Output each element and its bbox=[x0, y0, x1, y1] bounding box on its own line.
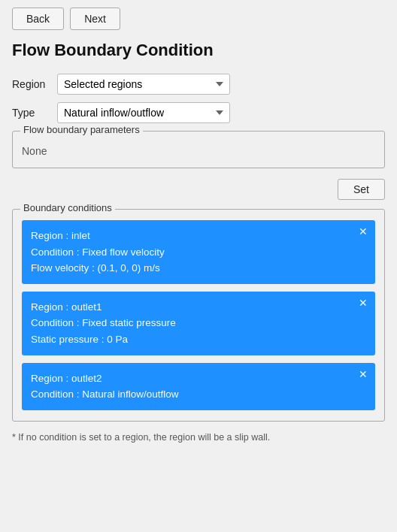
flow-boundary-legend: Flow boundary parameters bbox=[20, 124, 143, 135]
footer-note: * If no condition is set to a region, th… bbox=[12, 432, 385, 443]
condition-card-outlet1: ✕ Region : outlet1 Condition : Fixed sta… bbox=[22, 292, 375, 355]
inlet-line2: Condition : Fixed flow velocity bbox=[31, 244, 366, 261]
outlet2-line1: Region : outlet2 bbox=[31, 370, 366, 387]
back-button[interactable]: Back bbox=[12, 8, 64, 30]
page-title: Flow Boundary Condition bbox=[12, 41, 385, 60]
outlet1-line3: Static pressure : 0 Pa bbox=[31, 331, 366, 348]
inlet-line1: Region : inlet bbox=[31, 228, 366, 244]
condition-card-inlet: ✕ Region : inlet Condition : Fixed flow … bbox=[22, 220, 375, 284]
outlet2-line2: Condition : Natural inflow/outflow bbox=[31, 386, 366, 403]
set-button[interactable]: Set bbox=[338, 179, 385, 200]
flow-boundary-content: None bbox=[22, 139, 375, 157]
region-label: Region bbox=[12, 78, 57, 90]
set-button-row: Set bbox=[12, 179, 385, 200]
close-inlet-button[interactable]: ✕ bbox=[359, 226, 368, 237]
next-button[interactable]: Next bbox=[70, 8, 120, 30]
close-outlet2-button[interactable]: ✕ bbox=[359, 369, 368, 379]
outlet1-line2: Condition : Fixed static pressure bbox=[31, 315, 366, 331]
boundary-conditions-legend: Boundary conditions bbox=[20, 202, 115, 213]
type-select[interactable]: Natural inflow/outflowFixed flow velocit… bbox=[57, 102, 230, 123]
condition-card-outlet2: ✕ Region : outlet2 Condition : Natural i… bbox=[22, 363, 375, 410]
close-outlet1-button[interactable]: ✕ bbox=[359, 298, 368, 308]
region-select[interactable]: Selected regionsAll regions bbox=[57, 74, 230, 95]
type-row: Type Natural inflow/outflowFixed flow ve… bbox=[12, 102, 385, 123]
boundary-conditions-box: Boundary conditions ✕ Region : inlet Con… bbox=[12, 209, 385, 422]
type-label: Type bbox=[12, 107, 57, 119]
toolbar: Back Next bbox=[12, 8, 385, 30]
outlet1-line1: Region : outlet1 bbox=[31, 299, 366, 316]
inlet-line3: Flow velocity : (0.1, 0, 0) m/s bbox=[31, 260, 366, 277]
flow-boundary-parameters-box: Flow boundary parameters None bbox=[12, 131, 385, 168]
region-row: Region Selected regionsAll regions bbox=[12, 74, 385, 95]
